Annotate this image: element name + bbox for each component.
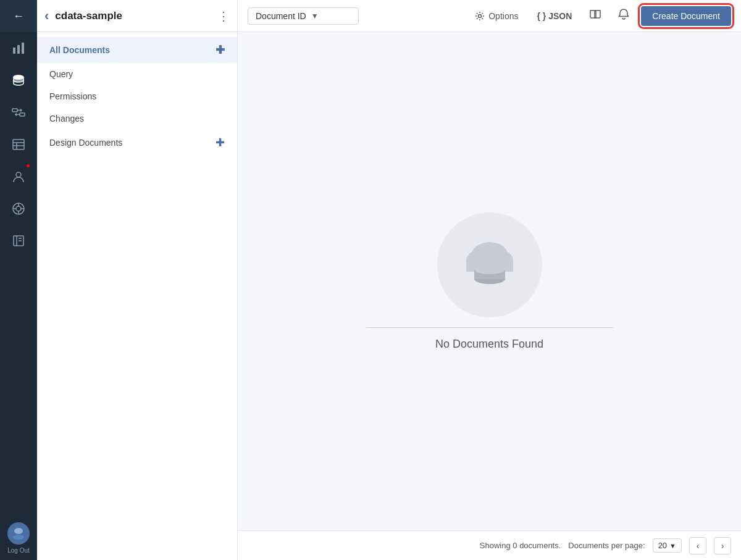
sidebar-item-design-documents[interactable]: Design Documents ✚ <box>37 130 237 156</box>
per-page-dropdown[interactable]: 20 ▼ <box>653 538 682 553</box>
svg-point-26 <box>13 535 24 540</box>
main-content: Document ID ▼ Options { } JSON C <box>238 0 741 560</box>
icon-rail: ← <box>0 0 37 560</box>
notification-badge <box>25 163 31 169</box>
sidebar-item-all-documents[interactable]: All Documents ✚ <box>37 37 237 63</box>
book-icon[interactable] <box>0 225 37 257</box>
user-icon-wrap[interactable] <box>0 161 37 193</box>
add-all-documents-button[interactable]: ✚ <box>216 43 225 57</box>
prev-page-button[interactable]: ‹ <box>689 537 706 554</box>
per-page-label: Documents per page: <box>568 541 645 550</box>
svg-rect-8 <box>20 113 25 116</box>
svg-rect-0 <box>13 48 15 54</box>
sidebar-title: cdata-sample <box>55 10 217 22</box>
sidebar-item-label-query: Query <box>49 69 225 79</box>
per-page-value: 20 <box>658 541 667 550</box>
cloud-database-icon <box>456 237 524 293</box>
empty-divider <box>366 327 613 328</box>
sidebar-nav: All Documents ✚ Query Permissions Change… <box>37 32 237 560</box>
sidebar-item-query[interactable]: Query <box>37 63 237 85</box>
svg-point-27 <box>479 14 482 17</box>
content-area: No Documents Found <box>238 32 741 530</box>
empty-state-icon <box>437 212 542 317</box>
sidebar-item-changes[interactable]: Changes <box>37 107 237 130</box>
transform-icon[interactable] <box>0 96 37 128</box>
svg-rect-11 <box>13 140 24 149</box>
sidebar: ‹ cdata-sample ⋮ All Documents ✚ Query P… <box>37 0 238 560</box>
svg-rect-7 <box>12 109 17 112</box>
next-page-button[interactable]: › <box>714 537 731 554</box>
logout-label[interactable]: Log Out <box>7 547 30 554</box>
empty-state-text: No Documents Found <box>435 338 543 351</box>
documentation-icon-button[interactable] <box>584 5 606 27</box>
dropdown-chevron-icon: ▼ <box>311 12 319 20</box>
notifications-icon-button[interactable] <box>613 5 635 27</box>
bell-icon <box>618 8 630 20</box>
book-open-icon <box>589 8 601 20</box>
svg-point-34 <box>474 264 505 274</box>
sidebar-more-button[interactable]: ⋮ <box>217 9 230 23</box>
svg-rect-1 <box>17 45 20 54</box>
json-label: { } JSON <box>537 11 572 21</box>
chart-icon <box>0 32 37 64</box>
sidebar-item-permissions[interactable]: Permissions <box>37 85 237 107</box>
sidebar-item-label-permissions: Permissions <box>49 91 225 101</box>
svg-rect-2 <box>22 43 24 54</box>
add-design-documents-button[interactable]: ✚ <box>216 136 225 149</box>
document-id-label: Document ID <box>256 11 306 21</box>
empty-state: No Documents Found <box>366 212 613 351</box>
database-icon[interactable] <box>0 64 37 96</box>
help-icon[interactable] <box>0 193 37 225</box>
showing-documents-text: Showing 0 documents. <box>480 541 561 550</box>
user-avatar[interactable] <box>7 522 30 545</box>
sidebar-item-label-all-documents: All Documents <box>49 45 216 55</box>
svg-point-15 <box>16 172 21 177</box>
user-icon <box>0 161 37 193</box>
sidebar-item-label-changes: Changes <box>49 114 225 123</box>
svg-point-17 <box>16 206 21 211</box>
svg-point-25 <box>14 528 23 534</box>
chart-icon-wrap[interactable] <box>0 32 37 64</box>
gear-icon <box>475 11 485 21</box>
table-icon[interactable] <box>0 128 37 161</box>
json-button[interactable]: { } JSON <box>530 8 578 24</box>
sidebar-back-button[interactable]: ‹ <box>44 8 49 24</box>
sidebar-item-label-design-documents: Design Documents <box>49 138 216 148</box>
create-document-button[interactable]: Create Document <box>641 6 731 26</box>
options-button[interactable]: Options <box>469 8 524 24</box>
document-id-dropdown[interactable]: Document ID ▼ <box>248 7 359 25</box>
back-arrow-icon[interactable]: ← <box>0 0 37 32</box>
per-page-chevron-icon: ▼ <box>669 542 676 550</box>
sidebar-header: ‹ cdata-sample ⋮ <box>37 0 237 32</box>
main-footer: Showing 0 documents. Documents per page:… <box>238 530 741 560</box>
main-header: Document ID ▼ Options { } JSON C <box>238 0 741 32</box>
options-label: Options <box>488 11 518 21</box>
